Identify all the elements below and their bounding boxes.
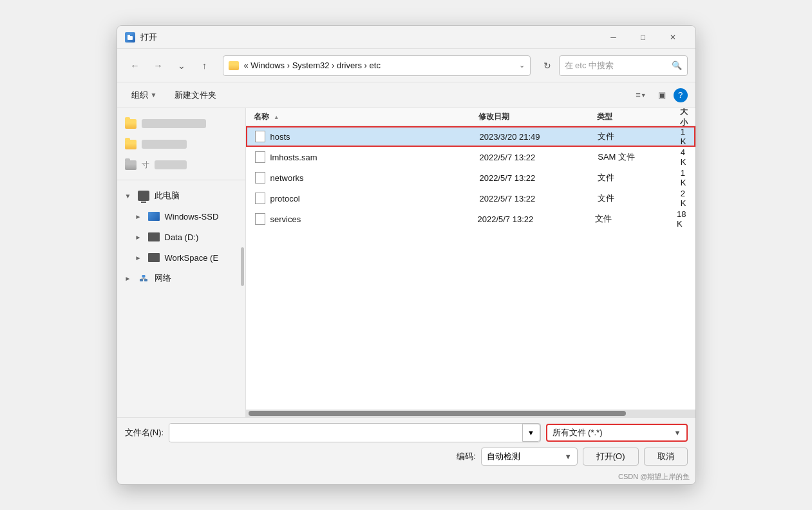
preview-button[interactable]: ▣ (653, 86, 671, 104)
watermark: CSDN @期望上岸的鱼 (117, 471, 695, 484)
file-row-lmhosts[interactable]: lmhosts.sam 2022/5/7 13:22 SAM 文件 4 K (246, 147, 695, 167)
encoding-row: 编码: 自动检测 ▼ 打开(O) 取消 (125, 448, 688, 466)
file-size-protocol: 2 K (681, 189, 686, 208)
maximize-button[interactable]: □ (628, 26, 658, 49)
file-list-container: 名称 ▲ 修改日期 类型 大小 hosts 2023/3/20 21:49 文件… (246, 108, 695, 417)
encoding-label: 编码: (457, 451, 476, 462)
file-name-protocol: protocol (255, 193, 480, 204)
file-date-protocol: 2022/5/7 13:22 (480, 194, 598, 203)
col-header-date[interactable]: 修改日期 (478, 111, 597, 122)
file-name-text-networks: networks (270, 173, 304, 183)
encoding-value: 自动检测 (487, 451, 520, 462)
sidebar-pinned-1[interactable] (117, 113, 245, 134)
minimize-button[interactable]: ─ (599, 26, 628, 49)
sidebar-item-network[interactable]: ► 网络 (117, 268, 245, 288)
filename-dropdown-button[interactable]: ▼ (522, 424, 540, 442)
view-menu-button[interactable]: ≡ ▼ (632, 86, 650, 104)
sidebar: 寸 ▼ 此电脑 ► Windows-SSD ► Data (D:) (117, 108, 246, 417)
workspace-expand-icon: ► (135, 254, 143, 261)
open-button[interactable]: 打开(O) (583, 448, 639, 466)
close-button[interactable]: ✕ (658, 26, 688, 49)
open-dialog: 打开 ─ □ ✕ ← → ⌄ ↑ « Windows › System32 › … (117, 25, 696, 485)
workspace-drive-icon (148, 253, 160, 262)
organize-chevron-icon: ▼ (151, 91, 157, 99)
file-date-services: 2022/5/7 13:22 (477, 214, 594, 224)
view-controls: ≡ ▼ ▣ ? (632, 86, 688, 104)
address-chevron-icon[interactable]: ⌄ (519, 61, 525, 70)
forward-button[interactable]: → (148, 55, 169, 76)
sidebar-item-this-pc[interactable]: ▼ 此电脑 (117, 185, 245, 206)
file-row-protocol[interactable]: protocol 2022/5/7 13:22 文件 2 K (246, 188, 695, 209)
address-folder-icon (229, 61, 239, 70)
file-row-services[interactable]: services 2022/5/7 13:22 文件 18 K (246, 209, 695, 229)
file-row-networks[interactable]: networks 2022/5/7 13:22 文件 1 K (246, 167, 695, 188)
file-type-networks: 文件 (598, 172, 681, 184)
organize-button[interactable]: 组织 ▼ (125, 86, 164, 104)
file-name-hosts: hosts (255, 131, 480, 142)
sidebar-pinned-3[interactable]: 寸 (117, 155, 245, 175)
filetype-select[interactable]: 所有文件 (*.*) ▼ (546, 424, 688, 442)
view-menu-icon: ≡ (636, 90, 641, 100)
file-type-protocol: 文件 (598, 193, 681, 204)
dropdown-button[interactable]: ⌄ (171, 55, 192, 76)
sidebar-placeholder-3 (155, 160, 187, 169)
filename-label: 文件名(N): (125, 427, 164, 439)
search-icon[interactable]: 🔍 (672, 61, 682, 70)
hscroll-thumb[interactable] (249, 411, 627, 416)
svg-rect-3 (144, 279, 147, 281)
sidebar-pinned-2[interactable] (117, 134, 245, 155)
sidebar-scrollbar[interactable] (241, 247, 244, 286)
file-size-networks: 1 K (681, 168, 686, 187)
refresh-button[interactable]: ↻ (538, 57, 556, 75)
nav-toolbar: ← → ⌄ ↑ « Windows › System32 › drivers ›… (117, 49, 695, 82)
file-date-networks: 2022/5/7 13:22 (480, 173, 598, 183)
file-type-lmhosts: SAM 文件 (598, 151, 681, 163)
main-content: 寸 ▼ 此电脑 ► Windows-SSD ► Data (D:) (117, 108, 695, 417)
folder-icon-3 (125, 160, 137, 170)
horizontal-scrollbar[interactable] (246, 410, 695, 417)
file-name-text-lmhosts: lmhosts.sam (270, 153, 317, 162)
file-row-hosts[interactable]: hosts 2023/3/20 21:49 文件 1 K (246, 126, 695, 147)
file-date-lmhosts: 2022/5/7 13:22 (480, 153, 598, 162)
sidebar-item-workspace-drive[interactable]: ► WorkSpace (E (117, 247, 245, 268)
data-drive-label: Data (D:) (165, 232, 199, 242)
address-bar[interactable]: « Windows › System32 › drivers › etc ⌄ (223, 55, 531, 76)
help-button[interactable]: ? (674, 88, 688, 102)
sidebar-placeholder-1 (142, 119, 206, 128)
preview-icon: ▣ (658, 90, 666, 100)
svg-rect-2 (140, 279, 143, 281)
file-type-services: 文件 (595, 213, 677, 225)
data-drive-expand-icon: ► (135, 234, 143, 241)
address-text: « Windows › System32 › drivers › etc (244, 61, 516, 70)
windows-ssd-expand-icon: ► (135, 213, 143, 220)
sidebar-item-data-drive[interactable]: ► Data (D:) (117, 227, 245, 247)
organize-label: 组织 (131, 90, 148, 101)
sidebar-item-windows-ssd[interactable]: ► Windows-SSD (117, 206, 245, 227)
filename-input[interactable] (169, 424, 522, 442)
file-size-services: 18 K (677, 209, 686, 229)
filename-input-container: ▼ (169, 423, 540, 442)
file-name-text-services: services (270, 214, 301, 224)
encoding-select[interactable]: 自动检测 ▼ (481, 448, 578, 466)
filetype-chevron-icon: ▼ (674, 429, 681, 437)
new-folder-button[interactable]: 新建文件夹 (168, 86, 223, 104)
cancel-button[interactable]: 取消 (644, 448, 688, 466)
windows-ssd-label: Windows-SSD (165, 212, 219, 222)
title-bar: 打开 ─ □ ✕ (117, 26, 695, 49)
file-icon-services (255, 213, 265, 225)
col-header-name[interactable]: 名称 ▲ (254, 111, 478, 122)
svg-rect-4 (142, 275, 145, 278)
back-button[interactable]: ← (125, 55, 146, 76)
file-size-hosts: 1 K (681, 127, 686, 146)
network-label: 网络 (155, 272, 171, 284)
search-bar[interactable]: 在 etc 中搜索 🔍 (559, 55, 688, 76)
sidebar-placeholder-2 (142, 140, 187, 149)
search-placeholder: 在 etc 中搜索 (565, 60, 669, 71)
file-name-networks: networks (255, 172, 480, 184)
window-controls: ─ □ ✕ (599, 26, 688, 49)
up-button[interactable]: ↑ (194, 55, 215, 76)
col-header-size[interactable]: 大小 (680, 108, 688, 128)
network-icon (138, 274, 149, 283)
filetype-text: 所有文件 (*.*) (552, 427, 603, 439)
col-header-type[interactable]: 类型 (597, 111, 680, 122)
